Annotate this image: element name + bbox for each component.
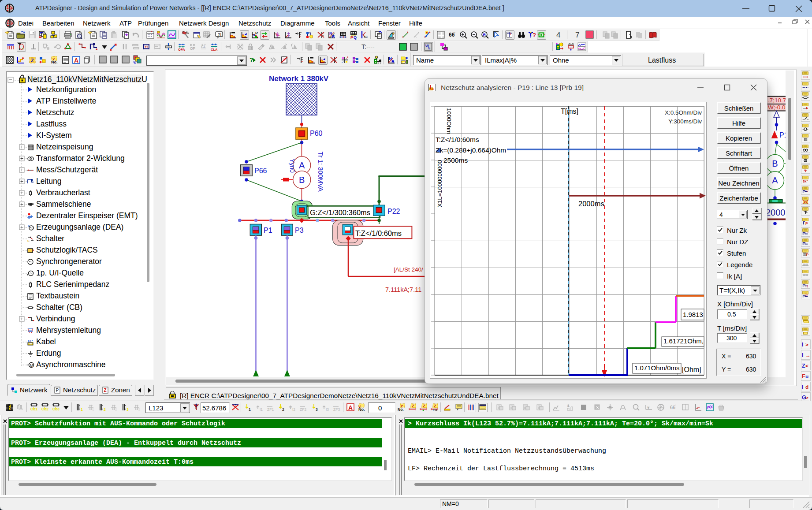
svg-text:2500ms: 2500ms xyxy=(443,156,468,164)
svg-text:Z: Z xyxy=(434,404,436,408)
svg-text:?: ? xyxy=(533,32,536,38)
svg-text:P1: P1 xyxy=(779,131,786,139)
svg-text:1: 1 xyxy=(9,407,11,411)
svg-text:ZF1: ZF1 xyxy=(267,407,274,412)
svg-text:R: R xyxy=(332,34,335,39)
svg-text:A: A xyxy=(74,57,78,64)
svg-text:1.071Ohm/0ms: 1.071Ohm/0ms xyxy=(634,364,680,372)
svg-text:I: I xyxy=(802,341,804,348)
svg-text:': ' xyxy=(454,31,455,35)
svg-text:Z: Z xyxy=(412,404,414,408)
svg-text:[AL/St 240/: [AL/St 240/ xyxy=(394,266,423,273)
svg-text:W;-0.02: W;-0.02 xyxy=(768,104,786,111)
svg-text:No.: No. xyxy=(358,407,365,412)
svg-text:5: 5 xyxy=(428,46,430,50)
svg-text:v: v xyxy=(648,406,649,409)
svg-text:R: R xyxy=(483,33,486,37)
svg-text:Y:300ms/Div: Y:300ms/Div xyxy=(668,118,702,125)
svg-text:I: I xyxy=(802,352,804,358)
svg-text:B: B xyxy=(299,175,305,185)
svg-text:3: 3 xyxy=(127,407,129,412)
svg-text:Yyn0: Yyn0 xyxy=(289,159,296,173)
svg-text:1: 1 xyxy=(249,407,251,412)
svg-text:Z: Z xyxy=(31,58,34,63)
svg-text:Tr 1: 300MVA: Tr 1: 300MVA xyxy=(317,152,324,192)
svg-text:P: P xyxy=(56,388,59,393)
svg-text:P3: P3 xyxy=(295,227,304,234)
svg-text:Q: Q xyxy=(354,35,357,40)
svg-text:1: 1 xyxy=(92,407,94,412)
svg-text:1.61721Ohm,: 1.61721Ohm, xyxy=(663,337,704,345)
svg-text:No.: No. xyxy=(51,60,58,64)
svg-text:P: P xyxy=(406,56,408,60)
svg-text:3: 3 xyxy=(138,407,140,412)
svg-text:Z: Z xyxy=(802,362,805,369)
svg-text:R: R xyxy=(391,59,395,64)
svg-text:Cb2: Cb2 xyxy=(41,407,48,411)
svg-text:<: < xyxy=(805,363,808,369)
svg-text:3: 3 xyxy=(316,407,318,412)
svg-text:OPA: OPA xyxy=(178,48,185,52)
svg-text:P: P xyxy=(805,222,808,226)
svg-text:f1: f1 xyxy=(260,407,263,412)
svg-text:66: 66 xyxy=(670,405,675,410)
svg-text:P1: P1 xyxy=(264,227,272,234)
svg-text:4: 4 xyxy=(556,31,560,39)
svg-text:Sk": Sk" xyxy=(803,179,808,183)
svg-text:T:Z</1/0:60ms: T:Z</1/0:60ms xyxy=(355,229,402,237)
svg-text:[Ohm]: [Ohm] xyxy=(682,366,701,373)
svg-text:2000: 2000 xyxy=(766,208,786,217)
svg-text:P: P xyxy=(806,253,809,257)
svg-text:P22: P22 xyxy=(387,208,400,215)
svg-text:u: u xyxy=(805,373,808,380)
svg-text:2↑: 2↑ xyxy=(805,293,808,296)
svg-text:sc: sc xyxy=(364,34,368,39)
svg-text:I: I xyxy=(802,383,804,390)
svg-text:P: P xyxy=(350,35,353,40)
svg-text:T:Z</1/0:60ms: T:Z</1/0:60ms xyxy=(436,136,479,143)
svg-text:G:Z</1/300:360ms: G:Z</1/300:360ms xyxy=(310,208,370,216)
svg-text:Z: Z xyxy=(104,388,107,393)
svg-text:CLA: CLA xyxy=(211,48,218,52)
svg-text:134: 134 xyxy=(432,409,437,412)
svg-text:1: 1 xyxy=(81,407,83,412)
svg-text:2: 2 xyxy=(104,407,106,412)
svg-text:OP: OP xyxy=(190,46,196,51)
svg-text:Zk=(0.288+j0.664)Ohm: Zk=(0.288+j0.664)Ohm xyxy=(436,146,506,154)
svg-text:?!: ?! xyxy=(218,32,222,37)
svg-text:?: ? xyxy=(250,56,253,63)
svg-text:Z: Z xyxy=(423,404,425,408)
svg-text:No.: No. xyxy=(398,407,404,412)
svg-text:X:0.5Ohm/Div: X:0.5Ohm/Div xyxy=(665,109,702,116)
svg-text:7: 7 xyxy=(575,31,579,39)
svg-text:A: A xyxy=(772,175,778,185)
svg-text:M: M xyxy=(30,363,34,368)
svg-text:1000Ohm: 1000Ohm xyxy=(446,108,452,134)
svg-text:T[ms]: T[ms] xyxy=(561,108,578,115)
svg-text:F: F xyxy=(802,373,805,380)
svg-text:f2: f2 xyxy=(292,407,295,412)
svg-text:2: 2 xyxy=(115,407,117,412)
svg-text:S: S xyxy=(27,239,30,242)
svg-text:Cb1: Cb1 xyxy=(30,407,37,411)
svg-text:P: P xyxy=(255,31,258,35)
svg-text:': ' xyxy=(675,404,676,407)
svg-text:f3: f3 xyxy=(326,407,329,412)
svg-text:ZF3: ZF3 xyxy=(333,407,340,412)
svg-text:>: > xyxy=(805,342,808,348)
svg-text:2000ms: 2000ms xyxy=(578,200,604,208)
svg-text:ZF2: ZF2 xyxy=(300,407,306,412)
svg-text:↑1: ↑1 xyxy=(805,285,808,288)
svg-text:66: 66 xyxy=(449,32,455,38)
svg-text:1.9813: 1.9813 xyxy=(683,311,703,318)
svg-text:2: 2 xyxy=(282,407,284,412)
svg-text:A: A xyxy=(348,404,353,411)
svg-text:1: 1 xyxy=(567,404,570,408)
svg-text:7.111kA;7.11: 7.111kA;7.11 xyxy=(385,286,421,293)
svg-text:>: > xyxy=(805,395,808,401)
svg-text:→: → xyxy=(805,352,811,358)
svg-text:B: B xyxy=(772,159,778,168)
svg-text:Cb3: Cb3 xyxy=(52,407,60,411)
svg-text:.7;10.7: .7;10.7 xyxy=(768,97,786,104)
svg-text:A: A xyxy=(299,160,305,170)
